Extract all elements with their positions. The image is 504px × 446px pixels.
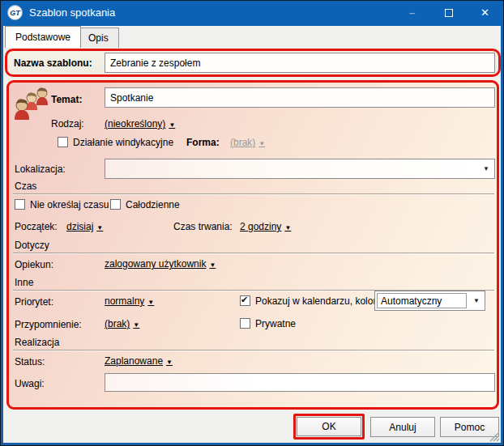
- no-time-label: Nie określaj czasu: [30, 198, 109, 211]
- calendar-color-value: Automatyczny: [377, 293, 467, 308]
- chevron-down-icon: ▼: [147, 299, 154, 306]
- no-time-checkbox[interactable]: [15, 199, 25, 210]
- notes-input[interactable]: [105, 373, 495, 392]
- calendar-color-combobox[interactable]: Automatyczny ▼: [374, 291, 485, 311]
- app-icon: GT: [7, 5, 23, 20]
- tab-opis[interactable]: Opis: [78, 28, 119, 48]
- kind-label: Rodzaj:: [51, 117, 84, 130]
- caretaker-value: zalogowany użytkownik: [105, 258, 206, 270]
- minimize-button[interactable]: –: [394, 1, 430, 24]
- form-type-value: (brak): [230, 137, 255, 148]
- subject-label: Temat:: [51, 93, 82, 106]
- chevron-down-icon: ▼: [468, 297, 485, 304]
- start-value: dzisiaj: [66, 221, 93, 232]
- notes-label: Uwagi:: [15, 377, 45, 390]
- all-day-checkbox[interactable]: [110, 199, 121, 210]
- chevron-down-icon: ▼: [209, 261, 216, 269]
- location-label: Lokalizacja:: [15, 163, 66, 176]
- duration-label: Czas trwania:: [173, 220, 233, 233]
- section-other-header: Inne: [15, 276, 33, 289]
- section-divider: [13, 253, 494, 253]
- cancel-button[interactable]: Anuluj: [370, 417, 435, 437]
- annotation-name-row: Nazwa szablonu:: [5, 49, 501, 77]
- caretaker-dropdown[interactable]: zalogowany użytkownik▼: [105, 257, 216, 272]
- private-checkbox[interactable]: [240, 318, 250, 329]
- maximize-icon: [445, 9, 453, 17]
- kind-value: (nieokreślony): [105, 118, 165, 130]
- chevron-down-icon: ▼: [96, 224, 103, 231]
- caretaker-label: Opiekun:: [15, 258, 53, 271]
- close-button[interactable]: ✕: [467, 1, 503, 24]
- window-title: Szablon spotkania: [29, 6, 115, 19]
- duration-dropdown[interactable]: 2 godziny▼: [240, 220, 291, 235]
- all-day-label: Całodzienne: [126, 198, 180, 211]
- dialog-client-area: Podstawowe Opis Nazwa szablonu:: [3, 26, 501, 443]
- form-type-dropdown[interactable]: (brak)▼: [230, 136, 265, 151]
- annotation-form-panel: Temat: Rodzaj: (nieokreślony)▼ Działanie…: [6, 80, 499, 410]
- chevron-down-icon: ▼: [166, 359, 173, 366]
- status-label: Status:: [15, 355, 45, 368]
- annotation-ok-button: OK: [293, 414, 365, 440]
- chevron-down-icon: ▼: [169, 121, 175, 129]
- reminder-value: (brak): [105, 318, 130, 329]
- form-type-label: Forma:: [186, 136, 220, 149]
- chevron-down-icon: ▼: [258, 140, 265, 147]
- meeting-people-icon: [15, 86, 53, 125]
- ok-button[interactable]: OK: [297, 417, 361, 436]
- debt-collection-label: Działanie windykacyjne: [73, 136, 173, 149]
- section-concerns-header: Dotyczy: [15, 239, 49, 252]
- start-label: Początek:: [15, 220, 58, 233]
- priority-value: normalny: [105, 295, 144, 307]
- chevron-down-icon: ▼: [133, 321, 139, 329]
- debt-collection-checkbox[interactable]: [58, 137, 68, 147]
- reminder-dropdown[interactable]: (brak)▼: [105, 317, 139, 332]
- maximize-button[interactable]: [430, 1, 467, 24]
- duration-value: 2 godziny: [240, 221, 281, 232]
- reminder-label: Przypomnienie:: [15, 318, 82, 331]
- location-combobox[interactable]: ▼: [105, 159, 495, 179]
- tab-podstawowe[interactable]: Podstawowe: [5, 26, 81, 48]
- dialog-window: GT Szablon spotkania – ✕ Podstawowe Opis…: [0, 0, 504, 446]
- template-name-input[interactable]: [105, 53, 495, 73]
- show-in-calendar-checkbox[interactable]: [240, 295, 250, 306]
- resize-grip[interactable]: [489, 431, 500, 442]
- section-divider: [13, 193, 494, 194]
- titlebar[interactable]: GT Szablon spotkania – ✕: [1, 1, 503, 24]
- template-name-label: Nazwa szablonu:: [14, 57, 92, 70]
- chevron-down-icon: ▼: [284, 224, 291, 231]
- status-value: Zaplanowane: [105, 355, 163, 367]
- start-dropdown[interactable]: dzisiaj▼: [66, 220, 103, 235]
- section-time-header: Czas: [15, 180, 36, 193]
- status-dropdown[interactable]: Zaplanowane▼: [105, 355, 173, 369]
- subject-input[interactable]: [105, 87, 495, 108]
- section-realization-header: Realizacja: [15, 336, 59, 349]
- private-label: Prywatne: [255, 317, 296, 330]
- kind-dropdown[interactable]: (nieokreślony)▼: [105, 117, 175, 132]
- section-divider: [13, 350, 494, 350]
- priority-dropdown[interactable]: normalny▼: [105, 295, 154, 309]
- priority-label: Priorytet:: [15, 295, 53, 308]
- chevron-down-icon: ▼: [478, 165, 494, 172]
- show-in-calendar-label: Pokazuj w kalendarzu, kolor:: [255, 295, 379, 308]
